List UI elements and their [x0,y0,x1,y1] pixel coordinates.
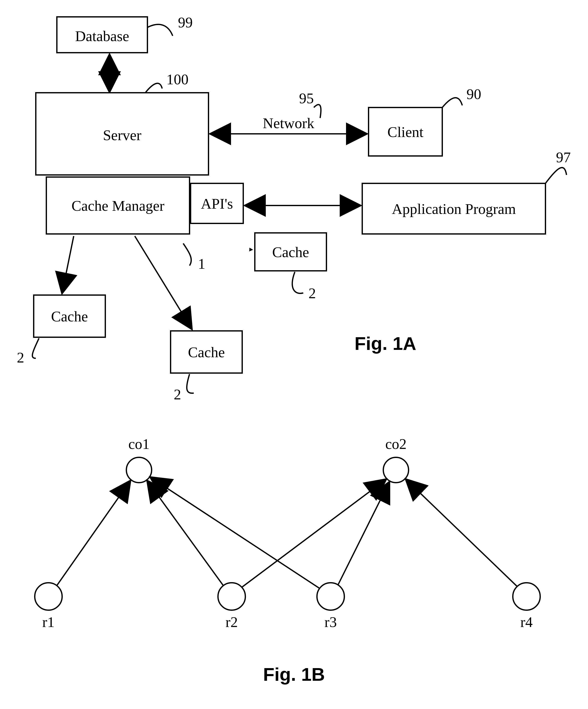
arrow-cm-cache-left [62,236,74,293]
network-ref: 95 [299,90,314,106]
database-leader [147,24,173,36]
appprog-label: Application Program [392,201,516,217]
server-leader [145,83,162,93]
network-label: Network [263,115,314,131]
label-r3: r3 [325,614,337,630]
appprog-ref: 97 [556,149,571,165]
cache-right-ref: 2 [309,285,316,301]
fig1b-title: Fig. 1B [263,664,325,685]
server-ref: 100 [166,71,189,87]
cache-left-ref: 2 [17,349,24,366]
arrow-cm-cache-mid [135,236,192,329]
node-r1 [35,583,62,610]
database-label: Database [75,28,129,44]
appprog-leader [545,167,566,183]
label-r2: r2 [226,614,238,630]
arrow-cm-cache-right [0,235,253,250]
node-r4 [513,583,540,610]
label-co2: co2 [385,436,407,452]
edge-r2-co1 [147,481,223,585]
cachemgr-ref: 1 [198,256,205,272]
cachemgr-leader [183,243,191,266]
cache-mid-label: Cache [188,344,225,360]
label-r1: r1 [42,614,55,630]
edge-r4-co2 [406,479,517,586]
edge-r3-co2 [338,482,389,585]
apis-label: API's [201,195,233,212]
cache-mid-leader [187,374,194,393]
client-ref: 90 [467,86,481,102]
fig1a-title: Fig. 1A [355,333,416,354]
edge-r3-co1 [150,477,319,588]
cache-manager-label: Cache Manager [72,198,164,214]
network-leader [314,105,321,118]
cache-right-label: Cache [272,244,309,260]
cache-left-label: Cache [51,308,88,324]
cache-left-leader [32,338,39,358]
server-label: Server [103,127,142,143]
database-ref: 99 [178,14,193,31]
node-r2 [218,583,245,610]
cache-right-leader [292,272,303,293]
cache-mid-ref: 2 [174,386,181,402]
node-co1 [127,457,151,483]
label-co1: co1 [128,436,149,452]
node-co2 [383,457,409,483]
label-r4: r4 [521,614,533,630]
client-leader [442,98,462,107]
client-label: Client [387,124,423,140]
node-r3 [317,583,344,610]
edge-r1-co1 [57,481,130,585]
